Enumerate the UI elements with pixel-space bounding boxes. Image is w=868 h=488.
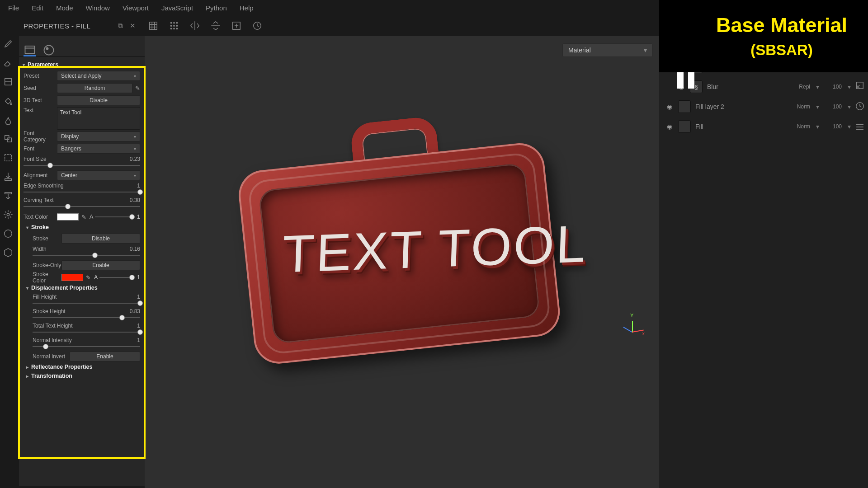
preview-mesh: TEXT TOOL xyxy=(223,101,573,378)
material-ball-icon[interactable] xyxy=(3,229,13,239)
svg-point-29 xyxy=(46,47,49,50)
parameters-header[interactable]: Parameters xyxy=(23,61,140,68)
align-label: Alignment xyxy=(24,172,57,178)
eraser-icon[interactable] xyxy=(3,58,13,68)
fillheight-slider[interactable]: Fill Height1 xyxy=(28,294,140,306)
export-icon[interactable] xyxy=(3,191,13,201)
strokeheight-slider[interactable]: Stroke Height0.83 xyxy=(28,308,140,321)
textcolor-label: Text Color xyxy=(24,214,57,220)
projection-icon[interactable] xyxy=(3,77,13,87)
normalinv-label: Normal Invert xyxy=(33,353,70,360)
fontcat-select[interactable]: Display xyxy=(57,131,140,141)
stroke-header[interactable]: Stroke xyxy=(26,224,140,230)
menu-file[interactable]: File xyxy=(2,4,25,12)
snap-grid-icon[interactable] xyxy=(168,20,180,32)
svg-point-19 xyxy=(10,103,12,105)
list-icon[interactable] xyxy=(854,121,866,133)
menu-edit[interactable]: Edit xyxy=(25,4,50,12)
fill-icon[interactable] xyxy=(3,96,13,106)
clone-icon[interactable] xyxy=(3,134,13,144)
stroke-toggle[interactable]: Disable xyxy=(61,234,140,244)
textcolor-alpha-slider[interactable] xyxy=(95,214,132,220)
properties-panel: Parameters Preset Select and Apply Seed … xyxy=(19,36,145,486)
layer-opacity[interactable]: 100 xyxy=(824,103,842,110)
svg-rect-22 xyxy=(5,155,12,161)
properties-tab-fill-icon[interactable] xyxy=(24,44,36,56)
layer-row[interactable]: ◉Fill layer 2Norm▾100▾ xyxy=(662,98,865,115)
strokecolor-swatch[interactable] xyxy=(61,274,83,281)
symmetry-icon[interactable] xyxy=(189,20,201,32)
clock-icon[interactable] xyxy=(854,100,866,112)
properties-tab-material-icon[interactable] xyxy=(42,44,55,56)
layer-opacity[interactable]: 100 xyxy=(824,123,842,130)
text-input[interactable]: Text Tool xyxy=(57,107,140,130)
menu-mode[interactable]: Mode xyxy=(50,4,80,12)
smudge-icon[interactable] xyxy=(3,115,13,125)
text-label: Text xyxy=(24,107,57,113)
strokecolor-alpha-slider[interactable] xyxy=(99,274,132,281)
title-line1: Base Material xyxy=(700,14,863,37)
layer-visibility-icon[interactable]: ◉ xyxy=(665,123,674,130)
textcolor-swatch[interactable] xyxy=(57,213,79,221)
selection-icon[interactable] xyxy=(3,153,13,163)
preset-cube-icon[interactable] xyxy=(3,248,13,258)
seed-button[interactable]: Random xyxy=(57,83,132,93)
font-select[interactable]: Bangers xyxy=(57,144,140,154)
svg-point-3 xyxy=(176,22,177,23)
seed-edit-icon[interactable]: ✎ xyxy=(135,85,140,92)
edge-slider[interactable]: Edge Smoothing1 xyxy=(24,183,140,195)
history-icon[interactable] xyxy=(251,20,263,32)
settings-icon[interactable] xyxy=(3,210,13,220)
stroke-only-toggle[interactable]: Enable xyxy=(61,260,140,270)
layer-thumb-icon xyxy=(678,100,691,113)
panel-close-icon[interactable]: ✕ xyxy=(130,22,136,30)
grid-on-icon[interactable] xyxy=(147,20,159,32)
layer-blend[interactable]: Norm xyxy=(784,123,810,130)
fontsize-slider[interactable]: Font Size0.23 xyxy=(24,156,140,169)
preset-select[interactable]: Select and Apply xyxy=(57,71,140,81)
stroke-width-slider[interactable]: Width0.16 xyxy=(28,246,140,258)
add-icon[interactable] xyxy=(231,20,242,32)
text3d-toggle[interactable]: Disable xyxy=(57,95,140,105)
layer-row[interactable]: ◉FillNorm▾100▾ xyxy=(662,118,865,135)
axis-gizmo[interactable]: Y x xyxy=(623,315,643,335)
preview-decal-text: TEXT TOOL xyxy=(282,222,522,278)
layer-visibility-icon[interactable]: ◉ xyxy=(665,103,674,110)
textcolor-alpha-label: A xyxy=(90,214,93,220)
menu-viewport[interactable]: Viewport xyxy=(116,4,155,12)
svg-rect-23 xyxy=(5,179,12,181)
svg-point-7 xyxy=(170,28,171,29)
textcolor-picker-icon[interactable]: ✎ xyxy=(81,214,88,220)
menu-help[interactable]: Help xyxy=(233,4,260,12)
svg-point-5 xyxy=(174,25,175,26)
svg-point-26 xyxy=(5,230,12,238)
import-icon[interactable] xyxy=(3,172,13,182)
curve-slider[interactable]: Curving Text0.38 xyxy=(24,197,140,210)
left-toolbar xyxy=(0,36,16,258)
mirror-vert-icon[interactable] xyxy=(210,20,222,32)
text3d-label: 3D Text xyxy=(24,97,57,103)
xform-header[interactable]: Transformation xyxy=(26,373,140,379)
layer-name: Fill layer 2 xyxy=(695,103,779,110)
strokecolor-picker-icon[interactable]: ✎ xyxy=(86,274,92,281)
material-dropdown[interactable]: Material xyxy=(562,43,653,57)
svg-rect-27 xyxy=(25,46,35,53)
normalint-slider[interactable]: Normal Intensity1 xyxy=(28,337,140,350)
disp-header[interactable]: Displacement Properties xyxy=(26,285,140,291)
refl-header[interactable]: Reflectance Properties xyxy=(26,364,140,370)
layer-blend[interactable]: Norm xyxy=(784,103,810,110)
menu-window[interactable]: Window xyxy=(80,4,116,12)
preset-label: Preset xyxy=(24,73,57,79)
viewport-3d[interactable]: Material TEXT TOOL Y x xyxy=(145,36,659,488)
panel-title-text: PROPERTIES - FILL xyxy=(24,22,90,30)
align-select[interactable]: Center xyxy=(57,170,140,180)
panel-undock-icon[interactable]: ⧉ xyxy=(118,22,123,30)
title-line2: (SBSAR) xyxy=(700,42,863,59)
totalheight-slider[interactable]: Total Text Height1 xyxy=(28,323,140,335)
brush-icon[interactable] xyxy=(3,39,13,49)
menu-javascript[interactable]: JavaScript xyxy=(155,4,199,12)
properties-panel-title-bar: PROPERTIES - FILL ⧉ ✕ xyxy=(0,22,140,30)
menu-python[interactable]: Python xyxy=(199,4,233,12)
seed-label: Seed xyxy=(24,85,57,91)
normalinv-toggle[interactable]: Enable xyxy=(70,352,140,361)
